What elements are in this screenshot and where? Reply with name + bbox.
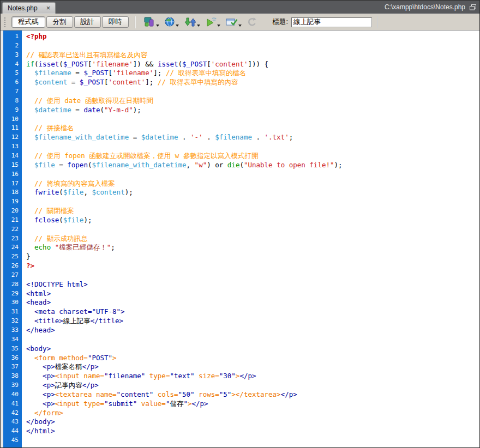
line-number: 14 xyxy=(3,152,22,161)
code-line[interactable]: // 使用 date 函數取得現在日期時間 xyxy=(26,96,479,106)
w3c-validation-button[interactable] xyxy=(225,16,243,28)
live-view-options-button[interactable] xyxy=(205,16,221,28)
restore-window-icon[interactable] xyxy=(470,4,476,10)
code-editor: 1234567891011121314151617181920212223242… xyxy=(1,31,479,447)
code-line[interactable]: $filename_with_datetime = $datetime . '-… xyxy=(26,133,479,142)
code-line[interactable]: // 將填寫的內容寫入檔案 xyxy=(26,179,479,189)
live-view-button[interactable]: 即時 xyxy=(102,16,129,28)
line-number: 11 xyxy=(3,124,22,133)
get-put-arrows-icon xyxy=(184,17,196,27)
line-number: 36 xyxy=(3,354,22,363)
toolbar-grip-handle[interactable] xyxy=(4,17,7,27)
line-number: 38 xyxy=(3,372,22,381)
code-line[interactable]: // 拼接檔名 xyxy=(26,124,479,133)
code-line[interactable] xyxy=(26,197,479,207)
line-number: 22 xyxy=(3,225,22,234)
dropdown-arrow-icon xyxy=(156,25,159,27)
code-line[interactable]: } xyxy=(26,252,479,262)
code-line[interactable]: <meta charset="UTF-8"> xyxy=(26,307,479,317)
design-view-button[interactable]: 設計 xyxy=(74,16,101,28)
code-line[interactable]: // 使用 fopen 函數建立或開啟檔案，使用 w 參數指定以寫入模式打開 xyxy=(26,152,479,161)
code-line[interactable]: </html> xyxy=(26,427,479,436)
line-number: 28 xyxy=(3,280,22,289)
code-line[interactable]: <p><input type="submit" value="儲存"></p> xyxy=(26,399,479,409)
code-area[interactable]: <?php// 確認表單已送出且有填寫檔名及內容if(isset($_POST[… xyxy=(22,31,479,447)
code-line[interactable]: <body> xyxy=(26,344,479,354)
line-number: 34 xyxy=(3,335,22,344)
code-line[interactable] xyxy=(26,142,479,152)
line-number: 18 xyxy=(3,188,22,197)
code-line[interactable]: <p>檔案名稱</p> xyxy=(26,362,479,372)
code-line[interactable] xyxy=(26,335,479,344)
line-number: 35 xyxy=(3,344,22,354)
code-line[interactable]: // 顯示成功訊息 xyxy=(26,234,479,244)
line-number: 42 xyxy=(3,409,22,418)
line-number: 8 xyxy=(3,96,22,106)
code-line[interactable] xyxy=(26,87,479,96)
line-number: 39 xyxy=(3,381,22,390)
line-number: 25 xyxy=(3,252,22,262)
code-line[interactable]: fwrite($file, $content); xyxy=(26,188,479,197)
line-number: 6 xyxy=(3,78,22,87)
code-line[interactable]: <p><input name="filename" type="text" si… xyxy=(26,372,479,381)
code-line[interactable] xyxy=(26,271,479,280)
code-line[interactable]: <html> xyxy=(26,289,479,299)
code-line[interactable] xyxy=(26,41,479,51)
code-line[interactable]: </body> xyxy=(26,417,479,427)
multiscreen-preview-button[interactable] xyxy=(142,16,160,28)
code-line[interactable] xyxy=(26,225,479,234)
file-management-button[interactable] xyxy=(183,16,201,28)
dropdown-arrow-icon xyxy=(217,25,220,27)
file-path: C:\xampp\htdocs\Notes.php xyxy=(385,3,465,11)
line-number: 9 xyxy=(3,106,22,115)
code-line[interactable]: </form> xyxy=(26,409,479,418)
code-line[interactable]: fclose($file); xyxy=(26,216,479,225)
code-line[interactable]: <?php xyxy=(26,32,479,41)
code-line[interactable]: // 關閉檔案 xyxy=(26,207,479,216)
document-toolbar: 程式碼 分割 設計 即時 xyxy=(1,14,479,31)
code-line[interactable]: <title>線上記事</title> xyxy=(26,317,479,326)
code-line[interactable]: ?> xyxy=(26,262,479,271)
line-number: 21 xyxy=(3,216,22,225)
line-number-gutter: 1234567891011121314151617181920212223242… xyxy=(3,31,22,447)
code-line[interactable]: if(isset($_POST['filename']) && isset($_… xyxy=(26,60,479,69)
live-code-play-icon xyxy=(206,17,217,27)
line-number: 27 xyxy=(3,271,22,280)
refresh-icon xyxy=(247,17,257,27)
code-line[interactable]: $filename = $_POST['filename']; // 取得表單中… xyxy=(26,69,479,78)
code-line[interactable] xyxy=(26,436,479,445)
code-line[interactable] xyxy=(26,115,479,124)
line-number: 2 xyxy=(3,41,22,51)
code-line[interactable]: echo "檔案已經儲存！"; xyxy=(26,243,479,252)
title-label: 標題: xyxy=(273,17,288,27)
line-number: 30 xyxy=(3,298,22,307)
line-number: 37 xyxy=(3,362,22,372)
line-number: 1 xyxy=(3,32,22,41)
code-view-button[interactable]: 程式碼 xyxy=(11,16,45,28)
code-line[interactable]: <form method="POST"> xyxy=(26,354,479,363)
code-line[interactable]: $file = fopen($filename_with_datetime, "… xyxy=(26,161,479,170)
code-line[interactable]: </head> xyxy=(26,326,479,335)
line-number: 43 xyxy=(3,417,22,427)
code-line[interactable]: <p>記事內容</p> xyxy=(26,381,479,390)
document-tab-bar: Notes.php × C:\xampp\htdocs\Notes.php xyxy=(1,1,479,14)
code-line[interactable]: $datetime = date("Y-m-d"); xyxy=(26,106,479,115)
line-number: 10 xyxy=(3,115,22,124)
line-number: 44 xyxy=(3,427,22,436)
refresh-button[interactable] xyxy=(246,16,258,28)
line-number: 13 xyxy=(3,142,22,152)
code-line[interactable]: <p><textarea name="content" cols="50" ro… xyxy=(26,390,479,399)
preview-in-browser-button[interactable] xyxy=(164,16,180,28)
code-line[interactable]: $content = $_POST['content']; // 取得表單中填寫… xyxy=(26,78,479,87)
line-number: 19 xyxy=(3,197,22,207)
code-line[interactable]: <head> xyxy=(26,298,479,307)
split-view-button[interactable]: 分割 xyxy=(46,16,73,28)
document-tab[interactable]: Notes.php × xyxy=(2,2,56,14)
toolbar-separator xyxy=(135,16,136,28)
code-line[interactable]: <!DOCTYPE html> xyxy=(26,280,479,289)
document-title-input[interactable] xyxy=(291,17,372,27)
code-line[interactable] xyxy=(26,170,479,179)
tab-title: Notes.php xyxy=(8,4,38,12)
close-tab-icon[interactable]: × xyxy=(46,5,51,11)
code-line[interactable]: // 確認表單已送出且有填寫檔名及內容 xyxy=(26,51,479,60)
